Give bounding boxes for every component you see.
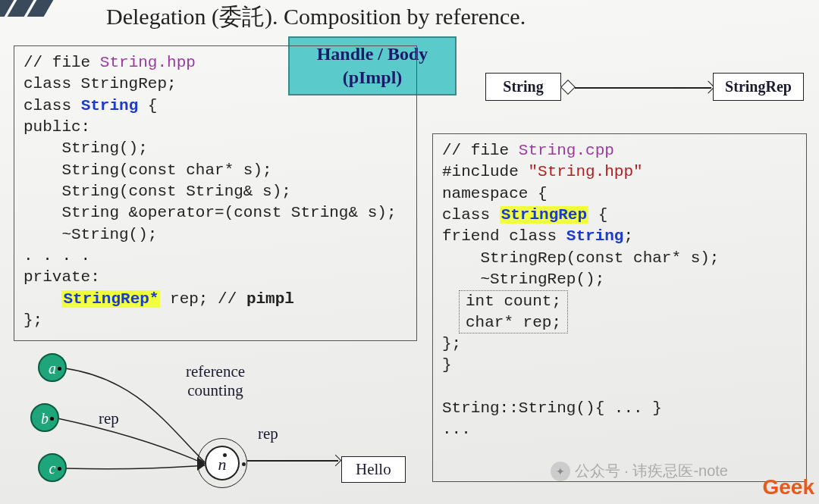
watermark: ✦ 公众号 · 讳疾忌医-note — [551, 461, 728, 481]
code-block-string-hpp: // file String.hpp class StringRep; clas… — [14, 45, 417, 341]
uml-class-stringrep: StringRep — [713, 73, 804, 101]
arrow-to-hello — [247, 460, 338, 462]
hello-box: Hello — [341, 456, 406, 483]
code-block-string-cpp: // file String.cpp #include "String.hpp"… — [432, 133, 807, 482]
corner-stripes — [0, 0, 83, 23]
uml-aggregation-diamond — [560, 80, 576, 95]
uml-class-string: String — [485, 73, 561, 101]
reference-counting-diagram: a b c rep referencecounting n rep Hello — [15, 349, 425, 500]
uml-diagram: String StringRep — [485, 65, 804, 111]
uml-connector — [575, 87, 711, 89]
watermark-text: 公众号 · 讳疾忌医-note — [575, 461, 728, 481]
geek-brand: Geek — [763, 475, 815, 499]
label-rep-right: rep — [258, 424, 278, 443]
label-reference-counting: referencecounting — [186, 362, 245, 400]
wechat-icon: ✦ — [551, 462, 570, 481]
node-a: a — [38, 353, 67, 382]
node-b: b — [30, 403, 59, 432]
label-rep-left: rep — [99, 409, 119, 428]
slide-title: Delegation (委託). Composition by referenc… — [106, 2, 526, 33]
node-c: c — [38, 453, 67, 482]
node-n: n — [205, 446, 240, 481]
